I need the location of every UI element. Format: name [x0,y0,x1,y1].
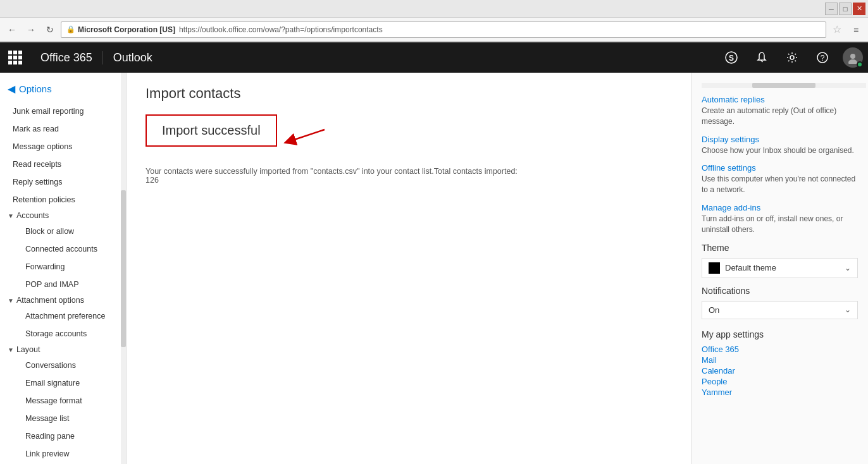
sidebar-item-attachment-pref[interactable]: Attachment preference [13,307,126,325]
maximize-button[interactable]: □ [839,3,852,15]
app-name[interactable]: Office 365 [30,51,103,64]
theme-chevron-icon: ⌄ [845,264,851,272]
product-name: Outlook [103,51,163,64]
svg-line-9 [287,130,325,142]
collapse-arrow-icon-3: ▼ [8,346,14,353]
refresh-button[interactable]: ↻ [42,21,58,38]
minimize-button[interactable]: ─ [825,3,838,15]
svg-point-3 [790,56,794,59]
forward-button[interactable]: → [23,21,39,38]
sidebar-item-message-list[interactable]: Message list [13,410,126,427]
sidebar-item-reading-pane[interactable]: Reading pane [13,427,126,445]
sidebar-scrollbar[interactable] [121,73,126,464]
app-link-office365[interactable]: Office 365 [702,345,858,354]
sidebar-item-forwarding[interactable]: Forwarding [13,258,126,276]
skype-button[interactable]: S [716,42,747,73]
sidebar-item-reply-settings[interactable]: Reply settings [0,173,126,191]
notifications-chevron-icon: ⌄ [845,305,851,314]
options-title[interactable]: Options [19,83,52,94]
svg-text:?: ? [821,54,825,63]
sidebar-section-layout[interactable]: ▼ Layout [0,343,126,357]
sidebar-scrollbar-thumb [121,190,126,347]
back-button[interactable]: ← [4,21,20,38]
waffle-button[interactable] [0,42,30,73]
auto-reply-desc: Create an automatic reply (Out of office… [702,106,858,127]
collapse-arrow-icon: ▼ [8,212,14,219]
theme-section-title: Theme [702,243,858,253]
main-layout: ◀ Options Junk email reporting Mark as r… [0,73,868,464]
help-icon: ? [817,52,828,63]
sidebar-item-retention[interactable]: Retention policies [0,191,126,209]
address-bar[interactable]: 🔒 Microsoft Corporation [US] https://out… [61,21,826,38]
content-area: Import contacts Import successful Your c… [127,73,691,464]
avatar [843,47,863,68]
theme-selector[interactable]: Default theme ⌄ [702,258,858,278]
sidebar-section-attachment-options[interactable]: ▼ Attachment options [0,293,126,307]
back-circle-icon: ◀ [8,83,15,95]
my-app-settings-title: My app settings [702,329,858,339]
notifications-section-title: Notifications [702,286,858,296]
app-link-people[interactable]: People [702,377,858,386]
svg-point-6 [850,54,855,59]
sidebar-item-message-options[interactable]: Message options [0,138,126,156]
sidebar-item-conversations[interactable]: Conversations [13,357,126,374]
sidebar-item-message-format[interactable]: Message format [13,392,126,410]
browser-titlebar: ─ □ ✕ [0,0,868,18]
attachment-sub: Attachment preference Storage accounts [0,307,126,343]
browser-settings-button[interactable]: ≡ [848,21,864,38]
collapse-arrow-icon-2: ▼ [8,297,14,304]
right-panel: Automatic replies Create an automatic re… [691,73,868,464]
notifications-button[interactable] [747,42,777,73]
header-right: S ? [716,42,868,73]
success-message: Your contacts were successfully imported… [146,167,525,185]
layout-sub: Conversations Email signature Message fo… [0,357,126,463]
manage-addins-desc: Turn add-ins on or off, install new ones… [702,214,858,235]
app-link-mail[interactable]: Mail [702,355,858,365]
online-indicator [857,61,863,68]
sidebar-item-read-receipts[interactable]: Read receipts [0,156,126,173]
sidebar-item-connected-accounts[interactable]: Connected accounts [13,240,126,258]
sidebar-item-block-allow[interactable]: Block or allow [13,223,126,240]
right-scrollbar[interactable] [702,83,866,88]
auto-reply-link[interactable]: Automatic replies [702,95,858,104]
company-name: Microsoft Corporation [US] [78,25,175,34]
app-link-yammer[interactable]: Yammer [702,388,858,397]
sidebar-item-mark-read[interactable]: Mark as read [0,120,126,138]
app-header: Office 365 Outlook S ? [0,42,868,73]
options-header[interactable]: ◀ Options [0,78,126,100]
close-button[interactable]: ✕ [853,3,865,15]
red-arrow-annotation [277,123,328,149]
offline-settings-desc: Use this computer when you're not connec… [702,174,858,195]
help-button[interactable]: ? [807,42,838,73]
theme-swatch [709,262,720,274]
sidebar-item-link-preview[interactable]: Link preview [13,445,126,463]
import-success-label: Import successful [162,123,261,137]
notifications-value: On [709,305,719,315]
svg-point-7 [848,59,857,64]
sidebar-item-pop-imap[interactable]: POP and IMAP [13,276,126,293]
display-settings-desc: Choose how your Inbox should be organise… [702,145,858,156]
avatar-button[interactable] [838,42,868,73]
notifications-selector[interactable]: On ⌄ [702,301,858,319]
url-text: https://outlook.office.com/owa/?path=/op… [179,25,383,34]
gear-icon [786,52,798,63]
bell-icon [756,52,767,63]
import-success-box: Import successful [146,114,277,147]
bookmark-button[interactable]: ☆ [829,21,845,38]
sidebar-item-junk-email[interactable]: Junk email reporting [0,102,126,120]
offline-settings-link[interactable]: Offline settings [702,163,858,173]
skype-icon: S [725,51,738,64]
sidebar-item-email-signature[interactable]: Email signature [13,374,126,392]
sidebar-item-storage-accounts[interactable]: Storage accounts [13,325,126,343]
browser-toolbar: ← → ↻ 🔒 Microsoft Corporation [US] https… [0,18,868,42]
display-settings-link[interactable]: Display settings [702,135,858,144]
browser-chrome: ─ □ ✕ ← → ↻ 🔒 Microsoft Corporation [US]… [0,0,868,42]
accounts-sub: Block or allow Connected accounts Forwar… [0,223,126,293]
lock-icon: 🔒 [66,25,75,34]
sidebar: ◀ Options Junk email reporting Mark as r… [0,73,127,464]
app-link-calendar[interactable]: Calendar [702,366,858,375]
manage-addins-link[interactable]: Manage add-ins [702,203,858,212]
settings-button[interactable] [777,42,807,73]
waffle-icon [8,51,22,64]
sidebar-section-accounts[interactable]: ▼ Accounts [0,209,126,223]
